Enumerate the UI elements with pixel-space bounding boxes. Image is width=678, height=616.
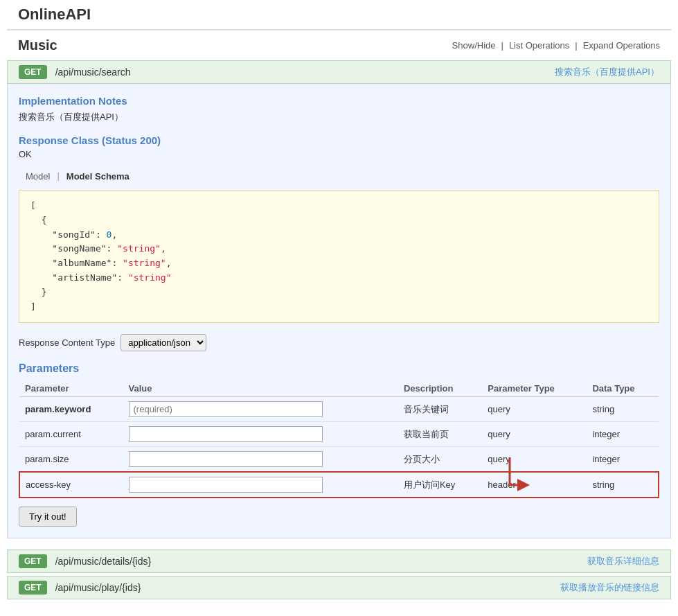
col-parameter: Parameter	[19, 380, 123, 397]
col-description: Description	[398, 380, 482, 397]
param-name-current: param.current	[25, 429, 81, 439]
music-section-title: Music	[18, 37, 452, 53]
response-ok: OK	[19, 149, 659, 159]
model-tabs: Model | Model Schema	[19, 168, 659, 184]
response-class-title: Response Class (Status 200)	[19, 134, 659, 146]
param-dtype-current: integer	[587, 422, 659, 447]
details-endpoint-desc: 获取音乐详细信息	[587, 555, 659, 567]
list-operations-link[interactable]: List Operations	[509, 40, 569, 51]
play-endpoint-path: /api/music/play/{ids}	[55, 582, 560, 593]
play-method-badge: GET	[19, 581, 47, 595]
param-dtype-size: integer	[587, 447, 659, 473]
search-method-badge: GET	[19, 65, 47, 79]
param-desc-access-key: 用户访问Key	[398, 472, 482, 498]
table-row: param.keyword 音乐关键词 query string	[19, 397, 659, 422]
param-name-keyword: param.keyword	[25, 404, 91, 414]
schema-line2: {	[30, 213, 648, 228]
param-dtype-keyword: string	[587, 397, 659, 422]
tab-model-schema[interactable]: Model Schema	[60, 168, 136, 184]
param-input-size[interactable]	[129, 451, 323, 467]
param-name-access-key: access-key	[26, 479, 71, 490]
details-endpoint-path: /api/music/details/{ids}	[55, 556, 587, 567]
section-actions: Show/Hide | List Operations | Expand Ope…	[452, 40, 660, 51]
response-content-type-select[interactable]: application/json	[121, 334, 206, 351]
content-area: Implementation Notes 搜索音乐（百度提供API） Respo…	[7, 84, 671, 538]
schema-box: [ { "songId": 0, "songName": "string", "…	[19, 190, 659, 323]
param-input-keyword[interactable]	[129, 401, 323, 417]
table-row-access-key: access-key 用户访问Key header string	[19, 472, 659, 498]
response-class: Response Class (Status 200) OK	[19, 134, 659, 159]
search-endpoint-desc: 搜索音乐（百度提供API）	[555, 66, 659, 78]
music-section-header: Music Show/Hide | List Operations | Expa…	[7, 30, 671, 60]
play-endpoint-bar[interactable]: GET /api/music/play/{ids} 获取播放音乐的链接信息	[7, 576, 671, 599]
search-endpoint-path: /api/music/search	[55, 67, 555, 78]
schema-line5: "albumName": "string",	[30, 256, 648, 271]
response-content-type-row: Response Content Type application/json	[19, 334, 659, 351]
schema-line8: ]	[30, 300, 648, 315]
param-input-current[interactable]	[129, 426, 323, 442]
schema-line4: "songName": "string",	[30, 242, 648, 256]
impl-notes-text: 搜索音乐（百度提供API）	[19, 111, 659, 123]
schema-line1: [	[30, 199, 648, 213]
tab-model[interactable]: Model	[19, 168, 57, 184]
param-type-keyword: query	[482, 397, 587, 422]
parameters-table: Parameter Value Description Parameter Ty…	[19, 380, 659, 498]
param-name-size: param.size	[25, 454, 69, 464]
schema-line7: }	[30, 285, 648, 300]
play-endpoint-desc: 获取播放音乐的链接信息	[560, 581, 659, 594]
response-content-type-label: Response Content Type	[19, 337, 115, 348]
param-input-access-key[interactable]	[129, 477, 323, 493]
schema-line6: "artistName": "string"	[30, 271, 648, 285]
implementation-notes: Implementation Notes 搜索音乐（百度提供API）	[19, 95, 659, 123]
expand-operations-link[interactable]: Expand Operations	[583, 40, 660, 51]
divider1: |	[501, 40, 503, 51]
parameters-title: Parameters	[19, 362, 659, 375]
app-title: OnlineAPI	[18, 6, 91, 23]
params-table-header: Parameter Value Description Parameter Ty…	[19, 380, 659, 397]
param-desc-keyword: 音乐关键词	[398, 397, 482, 422]
search-endpoint-bar[interactable]: GET /api/music/search 搜索音乐（百度提供API）	[7, 60, 671, 84]
table-row: param.current 获取当前页 query integer	[19, 422, 659, 447]
table-row: param.size 分页大小 query	[19, 447, 659, 473]
col-data-type: Data Type	[587, 380, 659, 397]
col-parameter-type: Parameter Type	[482, 380, 587, 397]
impl-notes-title: Implementation Notes	[19, 95, 659, 107]
app-header: OnlineAPI	[7, 0, 671, 30]
details-endpoint-bar[interactable]: GET /api/music/details/{ids} 获取音乐详细信息	[7, 549, 671, 573]
col-value: Value	[123, 380, 398, 397]
red-arrow-icon	[503, 454, 537, 495]
try-it-out-button[interactable]: Try it out!	[19, 507, 77, 527]
schema-line3: "songId": 0,	[30, 228, 648, 243]
details-method-badge: GET	[19, 554, 47, 568]
parameters-section: Parameters Parameter Value Description P…	[19, 362, 659, 527]
param-type-current: query	[482, 422, 587, 447]
param-desc-size: 分页大小	[398, 447, 482, 473]
param-dtype-access-key: string	[587, 472, 659, 498]
show-hide-link[interactable]: Show/Hide	[452, 40, 496, 51]
param-type-size: query	[482, 447, 587, 473]
param-desc-current: 获取当前页	[398, 422, 482, 447]
divider2: |	[575, 40, 577, 51]
